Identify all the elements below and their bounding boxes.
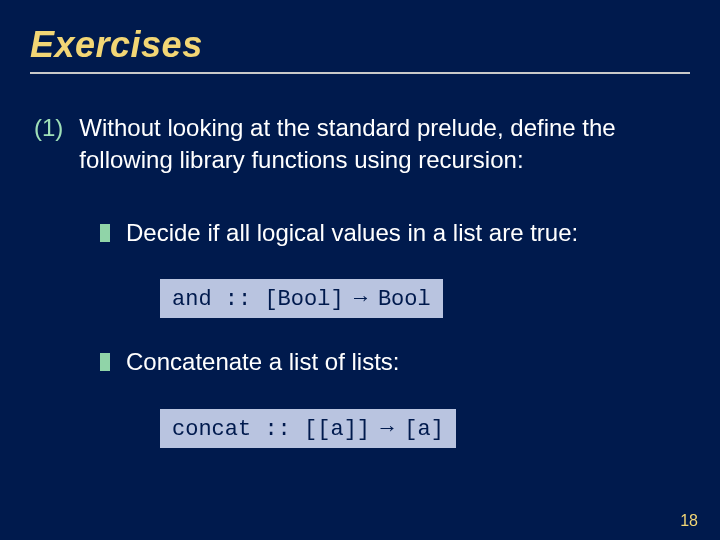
- code-sep: ::: [251, 417, 304, 442]
- item-text: Without looking at the standard prelude,…: [79, 112, 690, 177]
- sub-item-1-text: Decide if all logical values in a list a…: [126, 217, 578, 249]
- item-number: (1): [34, 112, 63, 144]
- slide-title: Exercises: [30, 24, 690, 66]
- code-fn: concat: [172, 417, 251, 442]
- code-fn: and: [172, 287, 212, 312]
- code-sep: ::: [212, 287, 265, 312]
- page-number: 18: [680, 512, 698, 530]
- code-box-2: concat :: [[a]] → [a]: [160, 409, 456, 448]
- code-in: [Bool]: [264, 287, 343, 312]
- bullet-icon: [100, 353, 110, 371]
- slide: Exercises (1) Without looking at the sta…: [0, 0, 720, 540]
- code-in: [[a]]: [304, 417, 370, 442]
- code-out: [a]: [404, 417, 444, 442]
- title-underline: [30, 72, 690, 74]
- code-out: Bool: [378, 287, 431, 312]
- exercise-item: (1) Without looking at the standard prel…: [34, 112, 690, 177]
- code-box-1: and :: [Bool] → Bool: [160, 279, 443, 318]
- sub-item-2-text: Concatenate a list of lists:: [126, 346, 399, 378]
- bullet-icon: [100, 224, 110, 242]
- arrow-icon: →: [344, 285, 378, 310]
- arrow-icon: →: [370, 415, 404, 440]
- sub-item-2: Concatenate a list of lists:: [100, 346, 690, 378]
- sub-item-1: Decide if all logical values in a list a…: [100, 217, 690, 249]
